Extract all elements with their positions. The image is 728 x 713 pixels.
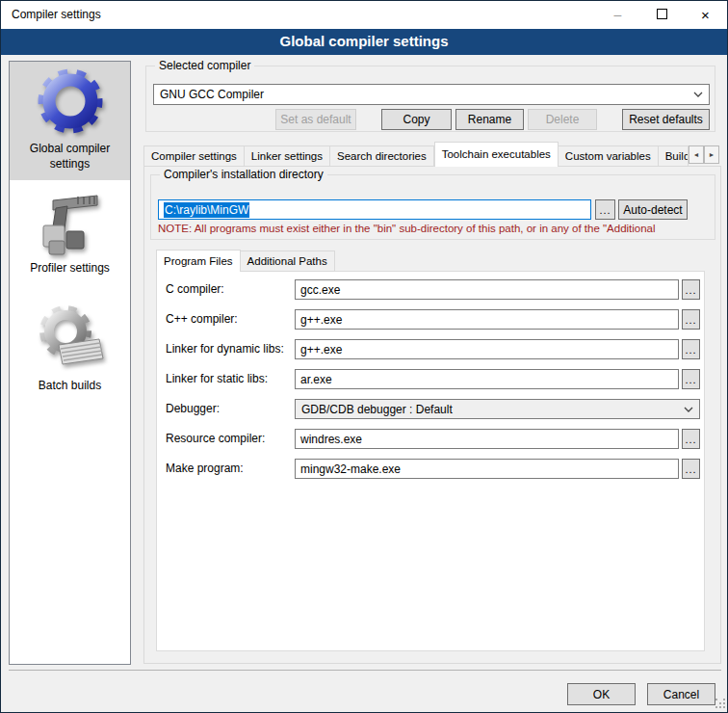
linker-dynamic-browse-button[interactable]: ... (682, 339, 700, 359)
profiler-caliper-icon (34, 189, 107, 258)
resource-compiler-browse-button[interactable]: ... (682, 429, 700, 449)
minimize-icon: – (614, 7, 622, 22)
tab-scroll-left-button[interactable]: ◄ (689, 145, 704, 164)
window-title: Compiler settings (12, 1, 101, 29)
sidebar-item-label: Batch builds (16, 378, 124, 393)
sidebar-item-profiler-settings[interactable]: Profiler settings (10, 185, 130, 291)
c-compiler-input[interactable]: gcc.exe (295, 279, 679, 300)
ok-button[interactable]: OK (567, 683, 636, 705)
arrow-left-icon: ◄ (693, 151, 700, 158)
page-title: Global compiler settings (1, 29, 727, 55)
installation-directory-input[interactable]: C:\raylib\MinGW (158, 199, 591, 220)
compiler-select[interactable]: GNU GCC Compiler (153, 84, 710, 105)
linker-static-browse-button[interactable]: ... (682, 369, 700, 389)
tab-search-directories[interactable]: Search directories (330, 145, 434, 167)
field-label: C++ compiler: (166, 309, 293, 330)
field-label: Resource compiler: (166, 429, 293, 449)
installation-directory-browse-button[interactable]: ... (595, 199, 615, 220)
make-program-input[interactable]: mingw32-make.exe (295, 459, 679, 479)
chevron-down-icon (678, 400, 699, 418)
tab-linker-settings[interactable]: Linker settings (245, 145, 330, 167)
close-button[interactable]: × (684, 1, 727, 29)
field-label: Linker for static libs: (166, 369, 293, 389)
resize-grip[interactable] (715, 699, 725, 708)
field-label: Debugger: (166, 399, 293, 419)
main-tab-bar: Compiler settings Linker settings Search… (143, 142, 689, 167)
cancel-button[interactable]: Cancel (647, 683, 715, 705)
field-label: Linker for dynamic libs: (166, 339, 293, 359)
compiler-settings-dialog: Compiler settings – × Global compiler se… (0, 0, 728, 713)
tab-compiler-settings[interactable]: Compiler settings (143, 145, 245, 167)
selected-compiler-legend: Selected compiler (155, 59, 254, 73)
debugger-select-value: GDB/CDB debugger : Default (296, 403, 678, 416)
resize-grip-icon (715, 699, 717, 700)
installation-directory-value: C:\raylib\MinGW (164, 202, 249, 218)
tab-program-files[interactable]: Program Files (156, 250, 241, 272)
sidebar-item-batch-builds[interactable]: Batch builds (10, 301, 130, 409)
close-icon: × (701, 7, 710, 23)
make-program-browse-button[interactable]: ... (682, 459, 700, 479)
title-bar: Compiler settings – × (1, 1, 727, 29)
field-label: Make program: (166, 459, 293, 479)
maximize-icon (657, 9, 667, 19)
linker-dynamic-input[interactable]: g++.exe (295, 339, 679, 359)
rename-button[interactable]: Rename (455, 109, 524, 130)
delete-button[interactable]: Delete (528, 109, 597, 130)
note-text: NOTE: All programs must exist either in … (158, 223, 714, 237)
sidebar-item-label: Global compiler settings (16, 141, 124, 172)
tab-additional-paths[interactable]: Additional Paths (241, 251, 335, 272)
copy-button[interactable]: Copy (381, 109, 452, 130)
tab-custom-variables[interactable]: Custom variables (559, 145, 659, 167)
footer-divider (9, 670, 721, 671)
debugger-select[interactable]: GDB/CDB debugger : Default (295, 399, 700, 419)
set-as-default-button[interactable]: Set as default (275, 109, 356, 130)
auto-detect-button[interactable]: Auto-detect (618, 199, 688, 220)
arrow-right-icon: ► (709, 151, 715, 158)
compiler-select-value: GNU GCC Compiler (154, 88, 688, 101)
reset-defaults-button[interactable]: Reset defaults (622, 109, 710, 130)
resource-compiler-input[interactable]: windres.exe (295, 429, 679, 449)
blue-gear-icon (34, 66, 107, 139)
field-label: C compiler: (166, 279, 293, 300)
settings-sidebar: Global compiler settings Profiler settin… (9, 61, 131, 665)
chevron-down-icon (688, 85, 709, 104)
minimize-button[interactable]: – (596, 1, 639, 29)
batch-builds-icon (34, 304, 107, 376)
cpp-compiler-input[interactable]: g++.exe (295, 309, 679, 330)
linker-static-input[interactable]: ar.exe (295, 369, 679, 389)
tab-toolchain-executables[interactable]: Toolchain executables (434, 142, 559, 167)
program-files-tab-bar: Program Files Additional Paths (156, 250, 445, 272)
tab-scroll-right-button[interactable]: ► (704, 145, 719, 164)
sidebar-item-label: Profiler settings (16, 260, 124, 276)
cpp-compiler-browse-button[interactable]: ... (682, 309, 700, 330)
maximize-button[interactable] (640, 1, 684, 29)
tab-scroll-buttons: ◄ ► (689, 145, 719, 164)
tab-build-options[interactable]: Build options (659, 145, 689, 167)
c-compiler-browse-button[interactable]: ... (682, 279, 700, 300)
sidebar-item-global-compiler-settings[interactable]: Global compiler settings (10, 62, 130, 180)
installation-directory-legend: Compiler's installation directory (160, 168, 327, 182)
